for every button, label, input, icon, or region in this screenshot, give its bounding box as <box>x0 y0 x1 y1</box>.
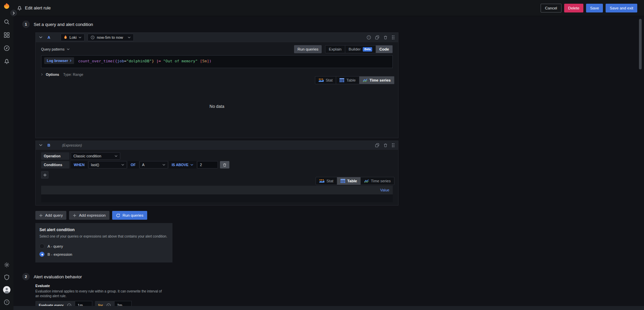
viz-timeseries-tab[interactable]: Time series <box>360 177 394 185</box>
alert-rule-bell-icon <box>17 5 22 11</box>
step-2-number: 2 <box>22 273 30 280</box>
header-actions: Cancel Delete Save Save and exit <box>541 4 637 12</box>
gear-icon <box>4 262 10 268</box>
chevron-right-icon <box>12 11 15 15</box>
condition-option-a[interactable]: A - query <box>39 244 168 249</box>
loki-logo-icon <box>64 35 67 39</box>
threshold-input[interactable] <box>197 161 218 168</box>
log-browser-button[interactable]: Log browser <box>44 57 74 64</box>
evaluate-description: Evaluation interval applies to every rul… <box>35 289 164 298</box>
options-type-value: Type: Range <box>63 72 84 76</box>
run-queries-label: Run queries <box>123 213 143 217</box>
viz-stat-label: Stat <box>326 78 332 82</box>
viz-table-tab[interactable]: Table <box>336 76 359 84</box>
run-queries-button[interactable]: Run queries <box>112 211 147 220</box>
copy-icon <box>375 143 380 148</box>
sync-icon <box>116 213 120 218</box>
evaluator-select[interactable]: IS ABOVE <box>169 161 197 168</box>
query-a-header[interactable]: A Loki now-5m to now <box>36 33 398 42</box>
viz-table-tab[interactable]: Table <box>337 177 360 185</box>
help-circle-icon: ? <box>366 35 371 40</box>
collapse-chevron-icon[interactable] <box>39 36 42 38</box>
operation-row: Operation Classic condition <box>41 152 393 160</box>
cancel-button[interactable]: Cancel <box>541 4 561 12</box>
datasource-picker[interactable]: Loki <box>61 34 85 41</box>
alert-condition-title: Set alert condition <box>39 227 168 232</box>
save-button[interactable]: Save <box>586 4 603 12</box>
avatar <box>3 286 10 293</box>
query-a-panel: A Loki now-5m to now <box>35 32 398 138</box>
query-ref-select[interactable]: A <box>139 161 168 168</box>
datasource-help-button[interactable]: ? <box>366 35 371 40</box>
add-query-label: Add query <box>45 213 63 217</box>
reducer-function-select[interactable]: last() <box>88 161 127 168</box>
radio-selected[interactable] <box>39 252 44 257</box>
grafana-logo[interactable] <box>3 3 10 10</box>
time-range-picker[interactable]: now-5m to now <box>88 34 134 41</box>
query-actions: Add query Add expression Run queries <box>35 211 147 220</box>
conditions-row: Conditions WHEN last() OF A IS ABOVE <box>41 161 393 168</box>
run-queries-small-button[interactable]: Run queries <box>294 45 322 53</box>
viz-table-label: Table <box>346 78 356 82</box>
viz-stat-tab[interactable]: Stat <box>315 76 336 84</box>
expression-b-header[interactable]: B (Expression) <box>36 141 398 150</box>
svg-text:?: ? <box>6 300 7 304</box>
tab-builder-label: Builder <box>349 47 361 51</box>
drag-handle[interactable] <box>391 35 395 40</box>
stat-icon <box>319 78 324 82</box>
trash-icon <box>383 35 388 40</box>
sidebar-item-settings[interactable] <box>3 261 10 269</box>
chevron-down-icon <box>67 48 70 50</box>
step-1-number: 1 <box>22 21 30 28</box>
plus-icon <box>39 214 43 217</box>
chevron-right-icon <box>41 73 43 76</box>
loki-query-text[interactable]: count_over_time({job="dolphinDB"} |= "Ou… <box>78 57 212 63</box>
sidebar-item-dashboards[interactable] <box>3 31 10 39</box>
step-2-title: Alert evaluation behavior <box>34 274 82 279</box>
stat-icon <box>319 179 324 183</box>
sidebar-item-search[interactable] <box>3 18 10 26</box>
sidebar-item-profile[interactable] <box>3 286 10 293</box>
add-query-button[interactable]: Add query <box>35 211 66 220</box>
alerting-bell-icon <box>4 58 10 64</box>
remove-expression-button[interactable] <box>383 143 388 148</box>
tab-explain[interactable]: Explain <box>325 45 345 53</box>
query-editor-toolbar: Query patterns Run queries Explain Build… <box>41 45 393 53</box>
remove-condition-button[interactable] <box>220 161 229 168</box>
search-icon <box>4 19 10 25</box>
sidebar-item-alerting[interactable] <box>3 58 10 65</box>
sidebar-expand-button[interactable] <box>10 10 17 16</box>
value-column-header[interactable]: Value <box>380 188 389 192</box>
add-condition-button[interactable] <box>41 171 49 179</box>
editor-mode-switch: Explain Builder Beta Code <box>325 45 393 53</box>
duplicate-expression-button[interactable] <box>375 143 380 148</box>
viz-stat-label: Stat <box>326 179 333 183</box>
chevron-right-icon <box>70 59 71 62</box>
save-and-exit-button[interactable]: Save and exit <box>606 4 637 12</box>
sidebar-item-explore[interactable] <box>3 44 10 52</box>
evaluate-heading: Evaluate <box>35 284 180 288</box>
remove-query-button[interactable] <box>383 35 388 40</box>
tab-code[interactable]: Code <box>376 45 392 53</box>
timeseries-icon <box>364 179 369 183</box>
set-alert-condition-card: Set alert condition Select one of your q… <box>35 223 172 262</box>
evaluator-value: IS ABOVE <box>172 163 189 167</box>
condition-option-b[interactable]: B - expression <box>39 252 168 257</box>
collapse-chevron-icon[interactable] <box>39 144 42 146</box>
duplicate-query-button[interactable] <box>375 35 380 40</box>
drag-handle[interactable] <box>391 143 395 148</box>
step-1-title: Set a query and alert condition <box>34 22 93 27</box>
radio-unselected[interactable] <box>39 244 44 249</box>
page-scrollbar[interactable] <box>639 19 642 69</box>
viz-timeseries-tab[interactable]: Time series <box>359 76 394 84</box>
delete-button[interactable]: Delete <box>564 4 583 12</box>
sidebar-item-server-admin[interactable] <box>3 274 10 281</box>
page-header: Edit alert rule Cancel Delete Save Save … <box>13 0 644 16</box>
viz-stat-tab[interactable]: Stat <box>316 177 336 185</box>
add-expression-button[interactable]: Add expression <box>69 211 109 220</box>
operation-select[interactable]: Classic condition <box>71 152 120 160</box>
expression-result-table: Value <box>41 186 393 202</box>
query-patterns-button[interactable]: Query patterns <box>41 47 70 51</box>
sidebar-item-help[interactable]: ? <box>3 299 10 306</box>
tab-builder[interactable]: Builder Beta <box>345 45 376 53</box>
